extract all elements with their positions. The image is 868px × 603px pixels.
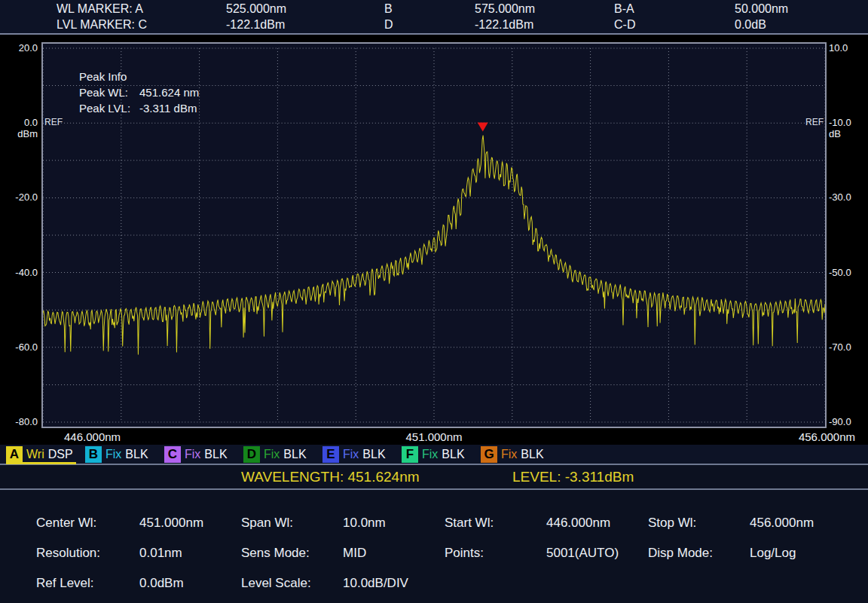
left-axis-tick: 0.0dBm [0, 117, 38, 139]
trace-mode-label: Fix [501, 448, 517, 461]
trace-button-c[interactable]: CFixBLK [164, 445, 237, 464]
settings-row: Resolution: 0.01nm Sens Mode: MID Points… [0, 538, 868, 568]
peak-info-panel: Peak Info Peak WL: 451.624 nm Peak LVL: … [79, 69, 199, 116]
trace-button-b[interactable]: BFixBLK [85, 445, 158, 464]
trace-button-d[interactable]: DFixBLK [243, 445, 316, 464]
ref-level-label: Ref Level: [36, 576, 139, 591]
trace-mode-label: Fix [343, 448, 359, 461]
level-readout: LEVEL: -3.311dBm [512, 469, 634, 485]
trace-status-label: BLK [125, 448, 148, 461]
settings-row: Center Wl: 451.000nm Span Wl: 10.0nm Sta… [0, 508, 868, 538]
span-wl-label: Span Wl: [241, 516, 343, 531]
center-wl-label: Center Wl: [36, 516, 139, 531]
wavelength-readout: WAVELENGTH: 451.624nm [241, 469, 420, 485]
wl-marker-b-label: B [384, 1, 475, 17]
peak-lvl-label: Peak LVL: [79, 100, 139, 116]
left-axis-tick: 20.0 [0, 42, 38, 54]
resolution-value: 0.01nm [139, 546, 241, 561]
trace-mode-label: Fix [422, 448, 438, 461]
x-axis-center-label: 451.000nm [0, 430, 868, 443]
trace-mode-label: Wri [26, 448, 44, 461]
start-wl-label: Start Wl: [445, 516, 546, 531]
trace-mode-label: Fix [105, 448, 121, 461]
disp-mode-label: Disp Mode: [648, 546, 750, 561]
trace-mode-label: Fix [185, 448, 200, 461]
spectrum-chart-region: 20.00.0dBm-20.0-40.0-60.0-80.0 10.0-10.0… [0, 35, 868, 430]
trace-status-label: BLK [362, 448, 385, 461]
trace-letter-badge: C [164, 446, 181, 463]
points-label: Points: [445, 546, 546, 561]
wl-marker-row: WL MARKER: A 525.000nm B 575.000nm B-A 5… [0, 1, 868, 17]
lvl-marker-diff-label: C-D [614, 17, 735, 32]
peak-marker-icon [478, 123, 488, 132]
left-axis-tick: -60.0 [0, 341, 38, 353]
peak-lvl-value: -3.311 dBm [139, 100, 199, 116]
left-axis-tick: -80.0 [0, 416, 38, 427]
wl-marker-b-value: 575.000nm [475, 1, 614, 17]
right-axis-tick: -30.0 [829, 191, 851, 203]
stop-wl-label: Stop Wl: [648, 516, 750, 531]
ref-level-label-right: REF [805, 117, 824, 127]
lvl-marker-c-value: -122.1dBm [226, 17, 384, 32]
disp-mode-value: Log/Log [750, 546, 868, 561]
left-axis-tick: -40.0 [0, 267, 38, 278]
lvl-marker-d-value: -122.1dBm [475, 17, 614, 32]
ref-level-value: 0.0dBm [139, 576, 241, 591]
wl-marker-diff-value: 50.000nm [735, 1, 868, 17]
wl-marker-a-value: 525.000nm [226, 1, 384, 17]
lvl-marker-d-label: D [384, 17, 475, 32]
trace-button-f[interactable]: FFixBLK [402, 445, 475, 464]
trace-letter-badge: A [6, 446, 23, 463]
marker-status-bar: WL MARKER: A 525.000nm B 575.000nm B-A 5… [0, 0, 868, 35]
lvl-marker-label: LVL MARKER: C [0, 17, 226, 32]
right-axis-tick: -10.0dB [829, 117, 851, 139]
sweep-settings-panel: Center Wl: 451.000nm Span Wl: 10.0nm Sta… [0, 490, 868, 598]
points-value: 5001(AUTO) [546, 546, 648, 561]
peak-info-title: Peak Info [79, 69, 199, 84]
right-axis-tick: 10.0 [829, 42, 848, 54]
trace-letter-badge: B [85, 446, 102, 463]
trace-mode-label: Fix [264, 448, 280, 461]
resolution-label: Resolution: [36, 546, 139, 561]
ref-level-label-left: REF [44, 117, 63, 127]
sens-mode-value: MID [343, 546, 445, 561]
x-axis-start-label: 446.000nm [64, 430, 121, 443]
trace-status-label: BLK [521, 448, 543, 461]
trace-status-label: DSP [48, 448, 73, 461]
trace-letter-badge: E [322, 446, 339, 463]
axis-unit-label: dBm [0, 128, 38, 139]
lvl-marker-diff-value: 0.0dB [735, 17, 868, 32]
start-wl-value: 446.000nm [546, 516, 648, 531]
center-wl-value: 451.000nm [139, 516, 241, 531]
settings-row: Ref Level: 0.0dBm Level Scale: 10.0dB/DI… [0, 568, 868, 598]
trace-letter-badge: G [481, 446, 497, 463]
stop-wl-value: 456.000nm [750, 516, 868, 531]
trace-letter-badge: F [402, 446, 418, 463]
active-trace-underline [6, 462, 76, 464]
trace-button-g[interactable]: GFixBLK [481, 445, 554, 464]
sens-mode-label: Sens Mode: [241, 546, 343, 561]
trace-letter-badge: D [243, 446, 260, 463]
x-axis-labels: 451.000nm 446.000nm 456.000nm [0, 430, 868, 445]
trace-status-label: BLK [204, 448, 227, 461]
wl-marker-diff-label: B-A [614, 1, 735, 17]
peak-wl-label: Peak WL: [79, 84, 139, 100]
level-scale-value: 10.0dB/DIV [343, 576, 445, 591]
right-axis-tick: -50.0 [829, 267, 851, 278]
peak-readout-bar: WAVELENGTH: 451.624nm LEVEL: -3.311dBm [0, 465, 868, 488]
right-axis-tick: -70.0 [829, 341, 851, 353]
peak-wl-value: 451.624 nm [139, 84, 199, 100]
spectrum-plot-area[interactable]: REF REF Peak Info Peak WL: 451.624 nm Pe… [41, 42, 827, 428]
left-axis-tick: -20.0 [0, 191, 38, 203]
trace-selector-row: AWriDSPBFixBLKCFixBLKDFixBLKEFixBLKFFixB… [0, 445, 868, 464]
trace-status-label: BLK [442, 448, 464, 461]
x-axis-stop-label: 456.000nm [799, 430, 855, 443]
trace-status-label: BLK [283, 448, 306, 461]
right-axis-tick: -90.0 [829, 416, 851, 427]
lvl-marker-row: LVL MARKER: C -122.1dBm D -122.1dBm C-D … [0, 17, 868, 32]
level-scale-label: Level Scale: [241, 576, 343, 591]
trace-button-a[interactable]: AWriDSP [6, 445, 79, 464]
trace-button-e[interactable]: EFixBLK [322, 445, 396, 464]
axis-unit-label: dB [829, 128, 851, 139]
span-wl-value: 10.0nm [343, 516, 445, 531]
